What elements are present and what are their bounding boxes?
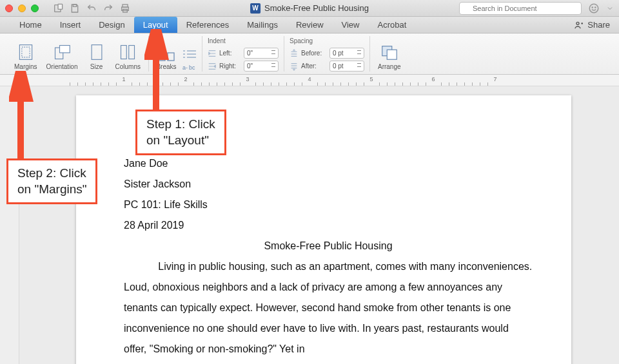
search-box[interactable] [459,2,582,15]
svg-rect-16 [121,46,127,59]
search-input[interactable] [459,2,582,15]
word-icon: W [250,3,260,14]
tab-references[interactable]: References [177,17,238,33]
save-icon[interactable] [70,3,80,14]
indent-group: Indent Left: 0" Right: 0" [202,36,284,72]
arrange-icon [380,43,399,62]
hyphenation-icon[interactable]: a-bc [182,62,197,72]
orientation-button[interactable]: Orientation [44,41,81,72]
svg-rect-23 [387,50,397,59]
spacing-before-label: Before: [301,50,327,57]
redo-icon[interactable] [103,3,113,14]
feedback-icon[interactable] [588,3,600,14]
size-icon [90,43,104,61]
undo-icon[interactable] [86,3,97,14]
tab-design[interactable]: Design [90,17,133,33]
print-icon[interactable] [120,3,130,14]
ruler-mark: 2 [184,76,187,82]
svg-rect-11 [19,45,32,60]
ruler-mark: 7 [493,76,496,82]
svg-point-8 [592,6,593,7]
title-bar: W Smoke-Free Public Housing [0,0,619,17]
doc-line-date: 28 April 2019 [124,215,533,236]
horizontal-ruler[interactable]: 1234567 [0,75,619,86]
svg-rect-2 [73,5,76,6]
indent-left-label: Left: [219,50,241,57]
ribbon: Margins Orientation Size Columns Breaks … [0,34,619,75]
share-icon [574,20,584,30]
share-button[interactable]: Share [574,17,610,33]
svg-point-7 [589,4,598,13]
size-label: Size [90,63,103,70]
orientation-icon [53,43,71,61]
margins-label: Margins [14,63,37,70]
tab-home[interactable]: Home [10,17,51,33]
zoom-window[interactable] [31,5,39,12]
arrow-step2 [9,71,35,161]
size-button[interactable]: Size [84,41,109,72]
indent-right-icon [208,62,217,71]
columns-label: Columns [115,63,141,70]
svg-text:bc: bc [189,64,195,71]
svg-rect-1 [58,4,63,9]
ruler-mark: 3 [246,76,249,82]
svg-point-10 [576,22,579,24]
ruler-mark: 6 [431,76,435,82]
svg-point-9 [595,6,596,7]
arrange-label: Arrange [378,63,401,70]
indent-left-icon [208,49,217,58]
tab-insert[interactable]: Insert [51,17,90,33]
spacing-after-icon [290,62,299,71]
document-title: W Smoke-Free Public Housing [250,3,369,14]
tab-mailings[interactable]: Mailings [238,17,287,33]
doc-line-name: Jane Doe [124,153,533,174]
svg-rect-14 [60,46,70,53]
spacing-group: Spacing Before: 0 pt After: 0 pt [284,36,370,72]
ruler-mark: 4 [308,76,311,82]
close-window[interactable] [5,5,13,12]
arrange-button[interactable]: Arrange [375,41,404,72]
svg-rect-15 [92,45,102,60]
indent-right-label: Right: [219,62,241,70]
svg-rect-17 [129,46,135,59]
indent-header: Indent [208,37,279,44]
spacing-after-label: After: [301,62,327,70]
svg-text:a-: a- [182,64,188,71]
indent-left-input[interactable]: 0" [244,48,279,59]
ruler-mark: 5 [369,76,373,82]
columns-icon [119,43,137,61]
spacing-header: Spacing [290,37,364,44]
expand-icon[interactable] [606,3,614,14]
orientation-label: Orientation [46,63,78,70]
columns-button[interactable]: Columns [113,41,143,72]
spacing-before-input[interactable]: 0 pt [329,48,364,59]
autosave-icon[interactable] [53,3,63,14]
title-text: Smoke-Free Public Housing [264,3,369,13]
tab-view[interactable]: View [333,17,369,33]
window-controls [5,5,39,12]
tab-acrobat[interactable]: Acrobat [368,17,415,33]
minimize-window[interactable] [18,5,26,12]
share-label: Share [587,20,610,30]
callout-step1: Step 1: Click on "Layout" [135,110,226,155]
line-numbers-icon[interactable] [182,50,197,59]
doc-title: Smoke-Free Public Housing [124,236,533,256]
indent-right-input[interactable]: 0" [244,61,279,72]
callout-step2: Step 2: Click on "Margins" [6,158,97,204]
spacing-after-input[interactable]: 0 pt [329,61,364,72]
doc-line-course: PC 101: Life Skills [124,195,533,215]
arrow-step1 [144,29,170,111]
doc-line-instructor: Sister Jackson [124,174,533,195]
margins-button[interactable]: Margins [12,41,40,72]
ruler-mark: 1 [122,76,125,82]
doc-paragraph: Living in public housing, such as an apa… [124,256,533,359]
svg-rect-12 [22,47,30,57]
document-area: Jane Doe Sister Jackson PC 101: Life Ski… [0,86,619,364]
margins-icon [17,43,35,61]
tab-review[interactable]: Review [287,17,333,33]
ribbon-tabs: Home Insert Design Layout References Mai… [0,17,619,34]
quick-access-toolbar [53,3,130,14]
spacing-before-icon [290,49,299,58]
